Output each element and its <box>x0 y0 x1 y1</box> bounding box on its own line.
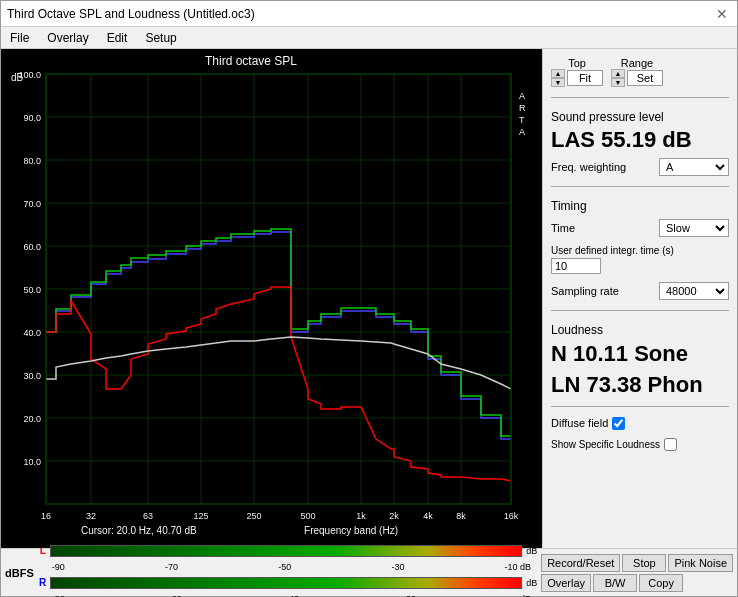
svg-text:T: T <box>519 115 525 125</box>
freq-weighting-row: Freq. weighting A B C Z <box>551 158 729 176</box>
range-spin-row: ▲ ▼ Set <box>611 69 663 87</box>
svg-text:30.0: 30.0 <box>23 371 41 381</box>
top-value-btn[interactable]: Fit <box>567 70 603 86</box>
svg-text:A: A <box>519 91 525 101</box>
show-specific-loudness-label: Show Specific Loudness <box>551 439 660 450</box>
svg-text:8k: 8k <box>456 511 466 521</box>
meter-l-ticks: -90 -70 -50 -30 -10 dB <box>50 562 533 572</box>
tick-r-neg20: -20 <box>403 594 416 598</box>
meter-l-row: L dB <box>38 542 537 560</box>
svg-text:1k: 1k <box>356 511 366 521</box>
top-label: Top <box>568 57 586 69</box>
tick-neg30: -30 <box>391 562 404 572</box>
main-window: Third Octave SPL and Loudness (Untitled.… <box>0 0 738 597</box>
time-select[interactable]: Slow Fast Impulse <box>659 219 729 237</box>
show-specific-loudness-checkbox[interactable] <box>664 438 677 451</box>
svg-text:100.0: 100.0 <box>18 70 41 80</box>
freq-weighting-select[interactable]: A B C Z <box>659 158 729 176</box>
main-content: Third octave SPL A R T A dB <box>1 49 737 548</box>
meter-section: L dB -90 -70 -50 -30 -10 dB R dB <box>38 540 537 598</box>
bw-button[interactable]: B/W <box>593 574 637 592</box>
svg-text:63: 63 <box>143 511 153 521</box>
time-label: Time <box>551 222 575 234</box>
range-down-arrow[interactable]: ▼ <box>611 78 625 87</box>
menu-bar: File Overlay Edit Setup <box>1 27 737 49</box>
sampling-rate-row: Sampling rate 44100 48000 96000 <box>551 282 729 300</box>
sampling-rate-label: Sampling rate <box>551 285 619 297</box>
action-buttons: Record/Reset Stop Pink Noise Overlay B/W… <box>537 552 737 594</box>
copy-button[interactable]: Copy <box>639 574 683 592</box>
loudness-n-value: N 10.11 Sone <box>551 341 729 367</box>
meter-r-row: R dB <box>38 574 537 592</box>
svg-text:Cursor:  20.0 Hz, 40.70 dB: Cursor: 20.0 Hz, 40.70 dB <box>81 525 197 536</box>
stop-button[interactable]: Stop <box>622 554 666 572</box>
loudness-ln-value: LN 73.38 Phon <box>551 372 729 398</box>
meter-r-track <box>50 577 522 589</box>
svg-text:250: 250 <box>246 511 261 521</box>
close-button[interactable]: ✕ <box>713 5 731 23</box>
svg-text:20.0: 20.0 <box>23 414 41 424</box>
range-set-btn[interactable]: Set <box>627 70 663 86</box>
divider-2 <box>551 186 729 187</box>
title-bar: Third Octave SPL and Loudness (Untitled.… <box>1 1 737 27</box>
diffuse-field-checkbox[interactable] <box>612 417 625 430</box>
record-reset-button[interactable]: Record/Reset <box>541 554 620 572</box>
svg-text:10.0: 10.0 <box>23 457 41 467</box>
time-row: Time Slow Fast Impulse <box>551 219 729 237</box>
range-up-arrow[interactable]: ▲ <box>611 69 625 78</box>
svg-text:500: 500 <box>300 511 315 521</box>
tick-neg70: -70 <box>165 562 178 572</box>
pink-noise-button[interactable]: Pink Noise <box>668 554 733 572</box>
divider-4 <box>551 406 729 407</box>
user-defined-row: User defined integr. time (s) <box>551 245 729 274</box>
menu-edit[interactable]: Edit <box>104 30 131 46</box>
top-range-controls: Top ▲ ▼ Fit Range ▲ ▼ <box>551 53 729 89</box>
svg-text:R: R <box>519 103 526 113</box>
top-spin-group: Top ▲ ▼ Fit <box>551 57 603 87</box>
svg-text:125: 125 <box>193 511 208 521</box>
top-spin-row: ▲ ▼ Fit <box>551 69 603 87</box>
meter-r-label: R <box>38 577 48 588</box>
menu-file[interactable]: File <box>7 30 32 46</box>
svg-text:40.0: 40.0 <box>23 328 41 338</box>
sampling-rate-select[interactable]: 44100 48000 96000 <box>659 282 729 300</box>
menu-setup[interactable]: Setup <box>142 30 179 46</box>
range-spin-arrows: ▲ ▼ <box>611 69 625 87</box>
dbfs-label: dBFS <box>1 567 38 579</box>
divider-3 <box>551 310 729 311</box>
top-down-arrow[interactable]: ▼ <box>551 78 565 87</box>
freq-weighting-label: Freq. weighting <box>551 161 626 173</box>
tick-r-neg40: -40 <box>286 594 299 598</box>
bottom-bar: dBFS L dB -90 -70 -50 -30 -10 dB R <box>1 548 737 596</box>
diffuse-field-label: Diffuse field <box>551 417 608 429</box>
right-panel: Top ▲ ▼ Fit Range ▲ ▼ <box>542 49 737 548</box>
svg-text:60.0: 60.0 <box>23 242 41 252</box>
svg-text:70.0: 70.0 <box>23 199 41 209</box>
show-specific-loudness-row: Show Specific Loudness <box>551 438 729 451</box>
chart-area: Third octave SPL A R T A dB <box>1 49 542 548</box>
timing-label: Timing <box>551 199 729 213</box>
spl-section-label: Sound pressure level <box>551 110 729 124</box>
overlay-button[interactable]: Overlay <box>541 574 591 592</box>
tick-r-db: dB <box>520 594 531 598</box>
svg-text:2k: 2k <box>389 511 399 521</box>
meter-r-ticks: -80 -60 -40 -20 dB <box>50 594 533 598</box>
range-label: Range <box>621 57 653 69</box>
svg-rect-0 <box>1 49 531 547</box>
menu-overlay[interactable]: Overlay <box>44 30 91 46</box>
top-up-arrow[interactable]: ▲ <box>551 69 565 78</box>
svg-text:80.0: 80.0 <box>23 156 41 166</box>
meter-r-unit: dB <box>526 578 537 588</box>
top-spin-arrows: ▲ ▼ <box>551 69 565 87</box>
meter-l-track <box>50 545 522 557</box>
tick-neg50: -50 <box>278 562 291 572</box>
user-defined-label: User defined integr. time (s) <box>551 245 674 256</box>
tick-r-neg80: -80 <box>52 594 65 598</box>
svg-text:16: 16 <box>41 511 51 521</box>
user-defined-input[interactable] <box>551 258 601 274</box>
chart-svg: Third octave SPL A R T A dB <box>1 49 531 547</box>
range-spin-group: Range ▲ ▼ Set <box>611 57 663 87</box>
loudness-section-label: Loudness <box>551 323 729 337</box>
svg-text:50.0: 50.0 <box>23 285 41 295</box>
tick-r-neg60: -60 <box>169 594 182 598</box>
